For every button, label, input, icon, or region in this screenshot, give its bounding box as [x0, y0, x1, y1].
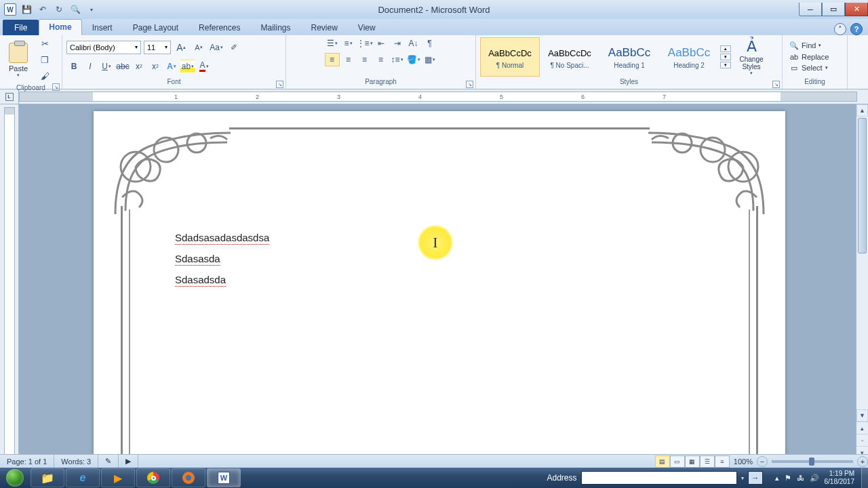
format-painter-icon[interactable]: 🖌 [38, 69, 52, 83]
taskbar-firefox-icon[interactable] [172, 468, 205, 487]
subscript-button[interactable]: x2 [132, 60, 146, 73]
change-case-icon[interactable]: Aa [209, 41, 224, 54]
clear-formatting-icon[interactable]: ✐ [226, 41, 241, 54]
zoom-thumb[interactable] [809, 458, 814, 466]
tray-flag-icon[interactable]: ⚑ [785, 474, 791, 483]
start-button[interactable] [0, 468, 30, 488]
qat-customize-icon[interactable]: ▾ [85, 3, 98, 16]
change-styles-button[interactable]: Ả Change Styles ▾ [734, 38, 769, 76]
shrink-font-icon[interactable]: A▾ [191, 41, 206, 54]
prev-page-icon[interactable]: ▴ [856, 422, 868, 434]
bullets-icon[interactable]: ☰ [325, 37, 340, 50]
document-text[interactable]: Sdadsasadasdasdsa Sdasasda Sdasadsda [175, 232, 269, 295]
zoom-slider[interactable] [772, 460, 853, 463]
scroll-down-icon[interactable]: ▼ [856, 409, 868, 422]
numbering-icon[interactable]: ≡ [341, 37, 356, 50]
text-effects-icon[interactable]: A [164, 60, 179, 73]
undo-icon[interactable]: ↶ [37, 3, 49, 16]
superscript-button[interactable]: x2 [148, 60, 163, 73]
save-icon[interactable]: 💾 [20, 3, 33, 16]
vertical-ruler[interactable] [4, 107, 15, 455]
view-web-layout-icon[interactable]: ▦ [685, 455, 700, 468]
tab-insert[interactable]: Insert [82, 20, 123, 35]
find-button[interactable]: 🔍Find ▾ [787, 41, 831, 51]
address-go-icon[interactable]: → [748, 471, 763, 485]
tab-review[interactable]: Review [300, 20, 347, 35]
style-no-spacing[interactable]: AaBbCcDc ¶ No Spaci... [540, 37, 599, 77]
styles-more[interactable]: ▴▾▾ [720, 37, 731, 77]
tab-references[interactable]: References [189, 20, 250, 35]
status-words[interactable]: Words: 3 [54, 455, 98, 468]
redo-icon[interactable]: ↻ [53, 3, 65, 16]
zoom-out-icon[interactable]: − [757, 456, 768, 467]
tab-page-layout[interactable]: Page Layout [123, 20, 189, 35]
line-spacing-icon[interactable]: ↕≡ [390, 53, 405, 66]
shading-icon[interactable]: 🪣 [406, 53, 421, 66]
strikethrough-button[interactable]: abc [115, 60, 130, 73]
cut-icon[interactable]: ✂ [38, 37, 52, 50]
close-button[interactable]: ✕ [845, 3, 868, 16]
tray-show-hidden-icon[interactable]: ▴ [775, 474, 779, 483]
replace-button[interactable]: abReplace [787, 52, 831, 62]
minimize-ribbon-icon[interactable]: ˄ [834, 23, 846, 35]
status-page[interactable]: Page: 1 of 1 [0, 455, 54, 468]
tray-clock[interactable]: 1:19 PM 6/18/2017 [825, 470, 855, 486]
taskbar-explorer-icon[interactable]: 📁 [31, 468, 64, 487]
paste-button[interactable]: Paste ▾ [4, 41, 33, 78]
maximize-button[interactable]: ▭ [822, 3, 845, 16]
print-preview-icon[interactable]: 🔍 [69, 3, 81, 16]
vertical-scrollbar[interactable]: ▲ ▼ ▴ ◦ ▾ [856, 104, 868, 458]
zoom-percent[interactable]: 100% [730, 458, 757, 466]
tab-view[interactable]: View [348, 20, 386, 35]
justify-icon[interactable]: ≡ [374, 53, 389, 66]
style-heading-2[interactable]: AaBbCc Heading 2 [659, 37, 719, 77]
styles-dialog-icon[interactable]: ↘ [772, 81, 780, 88]
word-app-icon[interactable]: W [4, 3, 16, 16]
tab-selector[interactable]: L [5, 93, 14, 101]
sort-icon[interactable]: A↓ [406, 37, 421, 50]
italic-button[interactable]: I [83, 60, 98, 73]
decrease-indent-icon[interactable]: ⇤ [374, 37, 389, 50]
tray-network-icon[interactable]: 🖧 [797, 474, 804, 482]
font-size-combo[interactable]: 11▾ [144, 41, 171, 54]
taskbar-media-player-icon[interactable]: ▶ [101, 468, 135, 487]
tab-home[interactable]: Home [39, 19, 81, 35]
document-page[interactable]: Sdadsasadasdasdsa Sdasasda Sdasadsda I [94, 111, 785, 458]
borders-icon[interactable]: ▦ [422, 53, 437, 66]
underline-button[interactable]: U [99, 60, 114, 73]
taskbar-word-icon[interactable]: W [207, 468, 241, 487]
status-macro-icon[interactable]: ▶ [119, 455, 138, 468]
grow-font-icon[interactable]: A▴ [174, 41, 189, 54]
view-full-screen-icon[interactable]: ▭ [670, 455, 685, 468]
horizontal-ruler[interactable]: 1234567 [19, 92, 857, 102]
browse-object-icon[interactable]: ◦ [856, 434, 868, 446]
address-dropdown-icon[interactable]: ▾ [741, 475, 744, 481]
multilevel-list-icon[interactable]: ⋮≡ [357, 37, 372, 50]
style-heading-1[interactable]: AaBbCc Heading 1 [599, 37, 659, 77]
status-spellcheck-icon[interactable]: ✎ [98, 455, 119, 468]
copy-icon[interactable]: ❐ [38, 53, 52, 66]
highlight-color-icon[interactable]: ab [180, 60, 195, 73]
align-center-icon[interactable]: ≡ [341, 53, 356, 66]
scroll-thumb[interactable] [858, 118, 867, 253]
view-outline-icon[interactable]: ☰ [700, 455, 715, 468]
taskbar-chrome-icon[interactable] [136, 468, 170, 487]
tab-mailings[interactable]: Mailings [250, 20, 300, 35]
increase-indent-icon[interactable]: ⇥ [390, 37, 405, 50]
scroll-up-icon[interactable]: ▲ [856, 104, 868, 117]
view-print-layout-icon[interactable]: ▤ [655, 455, 670, 468]
paragraph-dialog-icon[interactable]: ↘ [466, 81, 473, 88]
align-left-icon[interactable]: ≡ [325, 53, 340, 66]
view-draft-icon[interactable]: ≡ [715, 455, 730, 468]
font-color-icon[interactable]: A [197, 60, 212, 73]
zoom-in-icon[interactable]: + [857, 456, 868, 467]
tab-file[interactable]: File [3, 20, 39, 35]
minimize-button[interactable]: ─ [799, 3, 822, 16]
font-dialog-icon[interactable]: ↘ [276, 81, 283, 88]
font-name-combo[interactable]: Calibri (Body)▾ [66, 41, 141, 54]
align-right-icon[interactable]: ≡ [357, 53, 372, 66]
bold-button[interactable]: B [66, 60, 81, 73]
address-input[interactable] [581, 471, 737, 485]
style-normal[interactable]: AaBbCcDc ¶ Normal [480, 37, 540, 77]
show-desktop-button[interactable] [861, 468, 868, 488]
